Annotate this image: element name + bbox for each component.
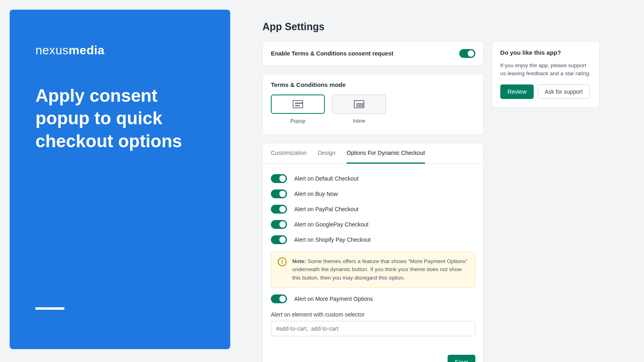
ask-support-button[interactable]: Ask for support [538,84,589,99]
hero-panel: nexusmedia Apply consent popup to quick … [10,10,230,349]
page-title: App Settings [262,21,600,33]
note-box: ! Note: Some themes offers a feature tha… [271,251,475,288]
enable-label: Enable Terms & Conditions consent reques… [271,50,393,57]
tabs: Customization Design Options For Dynamic… [263,143,483,164]
brand-thin: nexus [35,43,69,57]
toggle-row-buynow: Alert on Buy Now [271,186,475,202]
warning-icon: ! [278,257,287,266]
toggle-label: Alert on PayPal Checkout [294,206,359,212]
toggle-more-payment-options[interactable] [271,294,287,303]
toggle-shopifypay[interactable] [271,235,287,244]
mode-label-inline: Inline [353,118,365,124]
tab-customization[interactable]: Customization [271,143,307,163]
mode-box-popup [271,95,325,114]
custom-selector-input[interactable] [271,321,475,336]
hero-underline [35,307,64,310]
note-body: Some themes offers a feature that shows … [292,258,468,281]
toggle-default-checkout[interactable] [271,174,287,183]
mode-option-inline[interactable]: Inline [332,95,386,124]
toggle-paypal[interactable] [271,205,287,214]
mode-card: Terms & Conditions mode Popup [262,74,484,135]
toggle-label: Alert on More Payment Options [294,296,373,302]
toggle-label: Alert on Default Checkout [294,175,359,182]
brand-logo: nexusmedia [35,43,204,57]
note-text: Note: Some themes offers a feature that … [292,257,469,282]
feedback-title: Do you like this app? [500,49,591,56]
toggle-googlepay[interactable] [271,220,287,229]
window-inline-icon [354,100,364,108]
window-popup-icon [293,100,303,108]
note-prefix: Note: [292,258,306,264]
feedback-text: If you enjoy the app, please support us … [500,62,591,78]
feedback-card: Do you like this app? If you enjoy the a… [492,41,600,107]
save-button[interactable]: Save [448,355,475,362]
enable-card: Enable Terms & Conditions consent reques… [262,41,484,66]
toggle-label: Alert on Buy Now [294,191,338,197]
tab-dynamic-checkout[interactable]: Options For Dynamic Checkout [347,143,425,164]
tabs-card: Customization Design Options For Dynamic… [262,143,484,362]
tab-design[interactable]: Design [318,143,336,163]
toggle-row-more-options: Alert on More Payment Options [271,291,475,306]
mode-label-popup: Popup [290,118,305,124]
review-button[interactable]: Review [500,84,534,99]
toggle-label: Alert on GooglePay Checkout [294,221,368,228]
brand-bold: media [69,43,105,57]
toggle-row-default: Alert on Default Checkout [271,171,475,186]
mode-title: Terms & Conditions mode [271,81,475,88]
enable-toggle[interactable] [459,49,475,58]
toggle-label: Alert on Shopify Pay Checkout [294,237,371,243]
toggle-buy-now[interactable] [271,189,287,198]
mode-box-inline [332,95,386,114]
toggle-row-shopifypay: Alert on Shopify Pay Checkout [271,232,475,247]
toggle-row-googlepay: Alert on GooglePay Checkout [271,217,475,232]
toggle-row-paypal: Alert on PayPal Checkout [271,202,475,217]
hero-headline: Apply consent popup to quick checkout op… [35,84,196,152]
mode-option-popup[interactable]: Popup [271,95,325,124]
custom-selector-label: Alert on element with custom selector [271,311,475,318]
